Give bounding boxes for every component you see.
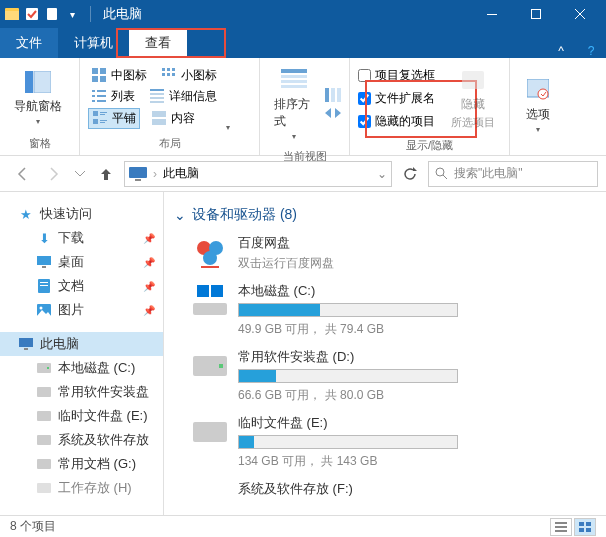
svg-rect-31 [93,119,98,124]
svg-rect-79 [579,522,584,526]
section-devices-drives[interactable]: ⌄ 设备和驱动器 (8) [174,206,596,224]
drive-item-e[interactable]: 临时文件盘 (E:) 134 GB 可用， 共 143 GB [192,414,596,470]
tab-view[interactable]: 查看 [129,28,187,58]
details-view-button[interactable] [550,518,572,536]
sidebar-downloads[interactable]: ⬇下载📌 [0,226,163,250]
navigation-tree: ★快速访问 ⬇下载📌 桌面📌 文档📌 图片📌 此电脑 本地磁盘 (C:) 常用软… [0,192,164,515]
ribbon-group-pane: 窗格 [0,136,79,155]
breadcrumb-segment[interactable]: 此电脑 [163,165,199,182]
sidebar-pictures[interactable]: 图片📌 [0,298,163,322]
layout-small-icons[interactable]: 小图标 [158,66,220,85]
svg-point-56 [40,307,43,310]
svg-rect-60 [47,367,49,369]
svg-rect-61 [37,387,51,397]
maximize-button[interactable] [514,0,558,28]
sidebar-drive-sys[interactable]: 系统及软件存放 [0,428,163,452]
navigation-pane-button[interactable]: 导航窗格 ▾ [8,64,68,130]
sidebar-drive-g[interactable]: 常用文档 (G:) [0,452,163,476]
recent-locations-button[interactable] [72,160,88,188]
hide-selected-button[interactable]: 隐藏 所选项目 [445,62,501,134]
svg-rect-69 [201,266,219,268]
sidebar-quick-access[interactable]: ★快速访问 [0,202,163,226]
layout-details[interactable]: 详细信息 [146,87,220,106]
forward-button[interactable] [40,160,68,188]
sidebar-desktop[interactable]: 桌面📌 [0,250,163,274]
file-extensions-toggle[interactable]: 文件扩展名 [358,88,435,109]
item-checkboxes-toggle[interactable]: 项目复选框 [358,65,435,86]
sort-by-button[interactable]: 排序方式 ▾ [268,62,319,145]
tiles-view-button[interactable] [574,518,596,536]
svg-rect-74 [219,364,223,368]
minimize-button[interactable] [470,0,514,28]
svg-rect-46 [129,167,147,178]
close-button[interactable] [558,0,602,28]
drive-icon [36,360,52,376]
document-icon [36,278,52,294]
sidebar-drive-d[interactable]: 常用软件安装盘 [0,380,163,404]
add-columns-icon[interactable] [325,88,341,102]
drive-item-f[interactable]: 系统及软件存放 (F:) [192,480,596,515]
svg-rect-47 [135,179,141,181]
svg-rect-35 [152,119,166,125]
sidebar-documents[interactable]: 文档📌 [0,274,163,298]
navigation-bar: › 此电脑 ⌄ 搜索"此电脑" [0,156,606,192]
usage-bar [238,369,458,383]
help-button[interactable]: ? [576,44,606,58]
sidebar-drive-c[interactable]: 本地磁盘 (C:) [0,356,163,380]
svg-rect-62 [37,411,51,421]
layout-more-icon[interactable]: ▾ [226,123,230,132]
qat-doc-icon[interactable] [44,6,60,22]
svg-rect-29 [100,112,107,113]
search-box[interactable]: 搜索"此电脑" [428,161,598,187]
chevron-right-icon[interactable]: › [153,167,157,181]
svg-point-48 [436,168,444,176]
hidden-items-toggle[interactable]: 隐藏的项目 [358,111,435,132]
options-button[interactable]: 选项 ▾ [518,72,558,138]
qat-dropdown-icon[interactable]: ▾ [64,6,80,22]
svg-rect-30 [100,114,105,115]
address-bar[interactable]: › 此电脑 ⌄ [124,161,392,187]
svg-rect-33 [100,122,105,123]
svg-rect-71 [197,285,209,297]
qat-checkbox-icon[interactable] [24,6,40,22]
layout-medium-icons[interactable]: 中图标 [88,66,150,85]
sidebar-drive-work[interactable]: 工作存放 (H) [0,476,163,500]
svg-rect-8 [92,68,98,74]
pictures-icon [36,302,52,318]
svg-rect-57 [19,338,33,347]
item-count: 8 个项目 [10,518,56,535]
svg-rect-3 [47,8,57,20]
layout-tiles[interactable]: 平铺 [88,108,140,129]
ribbon-group-layout: 布局 [80,136,259,155]
drive-item-c[interactable]: 本地磁盘 (C:) 49.9 GB 可用， 共 79.4 GB [192,282,596,338]
svg-rect-11 [100,76,106,82]
usage-bar [238,303,458,317]
tab-computer[interactable]: 计算机 [58,28,129,58]
svg-rect-58 [24,348,28,350]
svg-rect-2 [26,8,38,20]
svg-rect-16 [167,73,170,76]
drive-item-d[interactable]: 常用软件安装盘 (D:) 66.6 GB 可用， 共 80.0 GB [192,348,596,404]
size-columns-icon[interactable] [325,106,341,120]
refresh-button[interactable] [396,160,424,188]
layout-content[interactable]: 内容 [148,109,198,128]
svg-rect-5 [532,10,541,19]
pin-icon: 📌 [143,233,155,244]
sidebar-this-pc[interactable]: 此电脑 [0,332,163,356]
tab-file[interactable]: 文件 [0,28,58,58]
drive-icon [192,348,228,384]
pin-icon: 📌 [143,305,155,316]
svg-point-68 [203,251,217,265]
back-button[interactable] [8,160,36,188]
address-dropdown-icon[interactable]: ⌄ [377,167,387,181]
svg-rect-51 [42,266,46,268]
svg-rect-34 [152,111,166,117]
drive-item-baidu[interactable]: 百度网盘 双击运行百度网盘 [192,234,596,272]
up-button[interactable] [92,160,120,188]
collapse-ribbon-button[interactable]: ^ [546,44,576,58]
drive-icon [36,456,52,472]
svg-rect-76 [555,522,567,524]
sidebar-drive-e[interactable]: 临时文件盘 (E:) [0,404,163,428]
svg-rect-64 [37,459,51,469]
layout-list[interactable]: 列表 [88,87,138,106]
